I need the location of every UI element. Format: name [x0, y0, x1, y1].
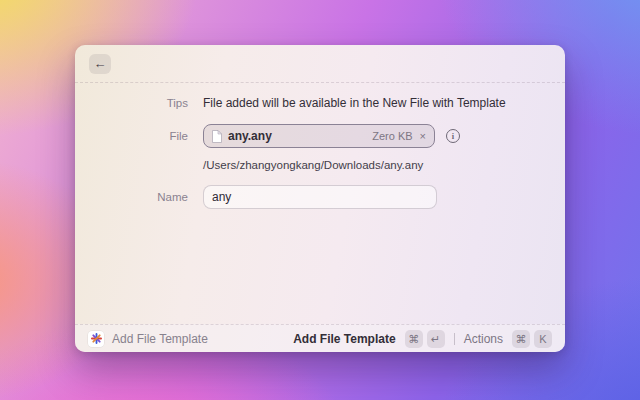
primary-action-button[interactable]: Add File Template ⌘ ↵: [293, 330, 444, 348]
file-chip[interactable]: any.any Zero KB ×: [203, 124, 435, 148]
k-key-icon: K: [534, 330, 552, 348]
tips-row: Tips File added will be available in the…: [75, 95, 565, 111]
name-label: Name: [75, 189, 188, 205]
name-input[interactable]: [203, 185, 437, 209]
tips-text: File added will be available in the New …: [203, 95, 565, 111]
tips-label: Tips: [75, 95, 188, 111]
return-key-icon: ↵: [427, 330, 445, 348]
pinwheel-icon: [91, 333, 102, 344]
back-arrow-icon: ←: [94, 57, 107, 70]
actions-label: Actions: [464, 332, 503, 346]
remove-file-icon[interactable]: ×: [419, 130, 427, 143]
name-row: Name: [75, 185, 565, 209]
raycast-window: ← Tips File added will be available in t…: [75, 45, 565, 352]
back-button[interactable]: ←: [89, 54, 111, 74]
info-letter: i: [452, 132, 454, 141]
file-row: File any.any Zero KB × i: [75, 124, 565, 148]
footer-command-title: Add File Template: [112, 332, 208, 346]
file-path-row: /Users/zhangyongkang/Downloads/any.any: [75, 158, 565, 172]
name-input-cell: [203, 185, 565, 209]
cmd-key-icon: ⌘: [405, 330, 423, 348]
desktop-background: { "window": { "header": { "back_icon": "…: [0, 0, 640, 400]
window-footer: Add File Template Add File Template ⌘ ↵ …: [75, 324, 565, 352]
footer-actions: Add File Template ⌘ ↵ Actions ⌘ K: [293, 330, 552, 348]
footer-divider: [454, 333, 455, 345]
file-cell: any.any Zero KB × i: [203, 124, 565, 148]
actions-menu-button[interactable]: Actions ⌘ K: [464, 330, 552, 348]
file-label: File: [75, 128, 188, 144]
extension-icon: [88, 331, 104, 347]
primary-action-label: Add File Template: [293, 332, 395, 346]
form-area: Tips File added will be available in the…: [75, 83, 565, 324]
window-header: ←: [75, 45, 565, 83]
document-icon: [211, 130, 222, 143]
file-size-badge: Zero KB: [372, 130, 412, 142]
info-icon[interactable]: i: [446, 129, 460, 143]
file-name: any.any: [228, 129, 366, 143]
file-path: /Users/zhangyongkang/Downloads/any.any: [203, 158, 565, 172]
cmd-key-icon: ⌘: [512, 330, 530, 348]
